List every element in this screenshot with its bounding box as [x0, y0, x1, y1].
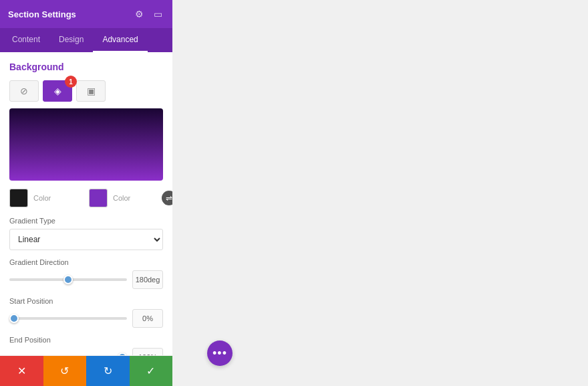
gradient-direction-label: Gradient Direction	[9, 258, 163, 266]
gradient-direction-value: 180deg	[132, 270, 163, 289]
bg-type-none[interactable]: ⊘	[9, 80, 39, 102]
panel-title: Section Settings	[8, 9, 76, 19]
floating-dots-button[interactable]: •••	[207, 341, 233, 366]
start-position-value: 0%	[132, 309, 163, 328]
end-position-value: 100%	[132, 348, 163, 355]
color-swatch-2[interactable]	[89, 189, 108, 207]
start-position-label: Start Position	[9, 297, 163, 305]
end-position-field: End Position 100%	[9, 336, 163, 355]
start-position-slider-row: 0%	[9, 309, 163, 328]
gradient-type-label: Gradient Type	[9, 217, 163, 225]
image-icon: ▣	[87, 86, 96, 96]
end-position-label: End Position	[9, 336, 163, 344]
bg-type-gradient[interactable]: ◈ 1	[43, 80, 72, 102]
gradient-type-field: Gradient Type Linear Radial Conic	[9, 217, 163, 250]
copy-button[interactable]: ↻	[86, 356, 130, 386]
panel-content: Background ⊘ ◈ 1 ▣ Color Color ⇌ G	[0, 52, 172, 355]
color-label-1: Color	[33, 194, 84, 202]
gradient-direction-slider-row: 180deg	[9, 270, 163, 289]
color-label-2: Color	[113, 194, 163, 202]
cancel-button[interactable]: ✕	[0, 356, 43, 386]
gradient-type-select[interactable]: Linear Radial Conic	[9, 229, 163, 250]
tab-advanced[interactable]: Advanced	[93, 28, 147, 52]
start-position-slider[interactable]	[9, 317, 127, 320]
layout-icon[interactable]: ▭	[151, 7, 164, 21]
gradient-direction-slider[interactable]	[9, 278, 127, 281]
reset-button[interactable]: ↺	[43, 356, 87, 386]
bg-type-row: ⊘ ◈ 1 ▣	[9, 80, 163, 102]
end-position-slider-row: 100%	[9, 348, 163, 355]
start-position-field: Start Position 0%	[9, 297, 163, 328]
save-button[interactable]: ✓	[130, 356, 173, 386]
section-settings-panel: Section Settings ⚙ ▭ Content Design Adva…	[0, 0, 172, 386]
dots-icon: •••	[212, 347, 227, 359]
swap-colors-button[interactable]: ⇌	[162, 191, 172, 205]
gradient-preview	[9, 108, 163, 181]
tab-bar: Content Design Advanced	[0, 28, 172, 52]
badge-1: 1	[65, 76, 77, 88]
panel-footer: ✕ ↺ ↻ ✓	[0, 355, 172, 386]
settings-icon[interactable]: ⚙	[132, 7, 146, 21]
no-bg-icon: ⊘	[20, 86, 28, 96]
background-section-title: Background	[9, 62, 163, 72]
gradient-direction-field: Gradient Direction 180deg	[9, 258, 163, 289]
tab-design[interactable]: Design	[49, 28, 93, 52]
panel-header: Section Settings ⚙ ▭	[0, 0, 172, 28]
color-swatch-1[interactable]	[9, 189, 28, 207]
header-icons: ⚙ ▭	[132, 7, 164, 21]
color-row: Color Color ⇌	[9, 189, 163, 207]
gradient-icon: ◈	[54, 86, 61, 96]
bg-type-image[interactable]: ▣	[76, 80, 106, 102]
right-area	[172, 0, 588, 386]
tab-content[interactable]: Content	[3, 28, 49, 52]
